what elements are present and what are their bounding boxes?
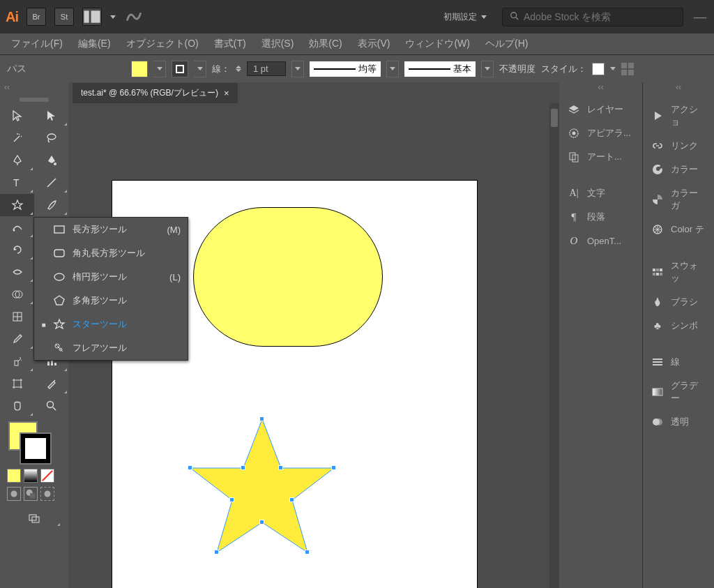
selection-tool[interactable] — [0, 105, 34, 127]
panel-actions[interactable]: アクショ — [643, 98, 714, 134]
stock-icon[interactable]: St — [54, 8, 74, 26]
menu-file[interactable]: ファイル(F) — [4, 35, 70, 53]
curvature-tool[interactable] — [34, 149, 68, 172]
panel-color-themes[interactable]: Color テ — [643, 218, 714, 241]
svg-line-3 — [516, 17, 519, 20]
document-tab[interactable]: test.ai* @ 66.67% (RGB/プレビュー) × — [73, 83, 238, 103]
flyout-flare-tool[interactable]: フレアツール — [34, 336, 188, 360]
arrange-documents-dropdown[interactable] — [110, 15, 116, 19]
workspace-switcher[interactable]: 初期設定 — [436, 8, 494, 26]
panel-opentype[interactable]: OOpenT... — [559, 229, 642, 252]
brush-definition[interactable]: 基本 — [404, 61, 476, 77]
width-tool[interactable] — [0, 261, 34, 283]
screen-mode-icon[interactable] — [7, 509, 61, 527]
panel-collapse-handle-b[interactable]: ‹‹ — [643, 82, 714, 92]
lasso-tool[interactable] — [34, 127, 68, 149]
symbol-sprayer-tool[interactable] — [0, 350, 34, 372]
panel-color[interactable]: カラー — [643, 158, 714, 181]
svg-rect-32 — [54, 363, 56, 365]
panel-color-guide[interactable]: カラーガ — [643, 181, 714, 218]
right-panel-dock: ‹‹ レイヤー アピアラ... アート... A|文字 ¶段落 OOpenT..… — [559, 82, 714, 588]
stock-search-input[interactable] — [524, 11, 676, 22]
draw-behind-icon[interactable] — [24, 487, 38, 501]
direct-selection-tool[interactable] — [34, 105, 68, 127]
paintbrush-tool[interactable] — [34, 194, 68, 216]
menu-object[interactable]: オブジェクト(O) — [119, 35, 206, 53]
flyout-star-tool[interactable]: ■ スターツール — [34, 312, 188, 336]
menu-help[interactable]: ヘルプ(H) — [478, 35, 535, 53]
fill-stroke-indicator[interactable] — [0, 417, 68, 469]
stroke-dropdown[interactable] — [194, 61, 206, 77]
stroke-weight[interactable]: 1 pt — [247, 61, 286, 76]
fill-swatch[interactable] — [131, 61, 148, 77]
flyout-ellipse-tool[interactable]: 楕円形ツール (L) — [34, 265, 188, 289]
type-tool[interactable]: T — [0, 172, 34, 194]
panel-symbols[interactable]: ♣シンボ — [643, 314, 714, 338]
menu-type[interactable]: 書式(T) — [207, 35, 253, 53]
stroke-weight-dropdown[interactable] — [291, 61, 304, 77]
shape-builder-tool[interactable] — [0, 283, 34, 306]
menu-window[interactable]: ウィンドウ(W) — [398, 35, 477, 53]
panel-stroke[interactable]: 線 — [643, 350, 714, 374]
panel-appearance[interactable]: アピアラ... — [559, 121, 642, 145]
flyout-rectangle-tool[interactable]: 長方形ツール (M) — [34, 218, 188, 241]
menu-edit[interactable]: 編集(E) — [71, 35, 118, 53]
profile-dropdown[interactable] — [386, 61, 399, 77]
artboard-tool[interactable] — [0, 372, 34, 395]
graphic-style-swatch[interactable] — [592, 63, 605, 75]
recolor-icon[interactable] — [621, 63, 634, 75]
panel-grip-icon[interactable] — [20, 98, 49, 102]
stroke-swatch[interactable] — [172, 61, 188, 77]
arrange-documents-icon[interactable] — [82, 8, 102, 26]
pen-tool[interactable] — [0, 149, 34, 172]
draw-inside-icon[interactable] — [40, 487, 54, 501]
panel-gradient[interactable]: グラデー — [643, 374, 714, 410]
shaper-tool[interactable] — [0, 216, 34, 239]
graphic-style-dropdown[interactable] — [610, 67, 616, 70]
current-stroke-swatch[interactable] — [21, 434, 50, 463]
brush-dropdown[interactable] — [481, 61, 494, 77]
none-mode-icon[interactable] — [40, 469, 54, 483]
scrollbar-thumb[interactable] — [551, 109, 558, 127]
magic-wand-tool[interactable] — [0, 127, 34, 149]
flyout-rounded-rectangle-tool[interactable]: 角丸長方形ツール — [34, 241, 188, 265]
stock-search[interactable] — [502, 8, 683, 27]
vertical-scrollbar[interactable] — [549, 103, 559, 588]
panel-drag-handle[interactable]: ‹‹ — [0, 82, 68, 92]
color-mode-icon[interactable] — [7, 469, 21, 483]
bridge-icon[interactable]: Br — [26, 8, 46, 26]
star-shape-selected[interactable] — [182, 411, 342, 573]
fill-dropdown[interactable] — [153, 61, 166, 77]
gpu-preview-icon[interactable] — [124, 8, 144, 26]
rotate-tool[interactable] — [0, 239, 34, 261]
panel-brushes[interactable]: ブラシ — [643, 290, 714, 314]
panel-collapse-handle[interactable]: ‹‹ — [559, 82, 642, 92]
menu-select[interactable]: 選択(S) — [255, 35, 301, 53]
line-segment-tool[interactable] — [34, 172, 68, 194]
stroke-weight-stepper[interactable] — [236, 66, 241, 72]
panel-layers[interactable]: レイヤー — [559, 98, 642, 121]
opacity-label[interactable]: 不透明度 — [499, 63, 536, 75]
rounded-rectangle-shape[interactable] — [193, 207, 383, 347]
panel-artboards[interactable]: アート... — [559, 145, 642, 169]
draw-normal-icon[interactable] — [7, 487, 21, 501]
panel-paragraph[interactable]: ¶段落 — [559, 205, 642, 229]
mesh-tool[interactable] — [0, 306, 34, 328]
menu-effect[interactable]: 効果(C) — [302, 35, 349, 53]
menu-view[interactable]: 表示(V) — [351, 35, 397, 53]
panel-transparency[interactable]: 透明 — [643, 410, 714, 434]
zoom-tool[interactable] — [34, 395, 68, 417]
close-icon[interactable]: × — [224, 88, 229, 98]
variable-width-profile[interactable]: 均等 — [310, 61, 381, 77]
panel-character[interactable]: A|文字 — [559, 181, 642, 205]
flyout-polygon-tool[interactable]: 多角形ツール — [34, 289, 188, 312]
panel-links[interactable]: リンク — [643, 134, 714, 158]
slice-tool[interactable] — [34, 372, 68, 395]
svg-point-4 — [47, 134, 56, 140]
hand-tool[interactable] — [0, 395, 34, 417]
panel-swatches[interactable]: スウォッ — [643, 254, 714, 290]
star-tool[interactable] — [0, 194, 34, 216]
eyedropper-tool[interactable] — [0, 328, 34, 350]
gradient-mode-icon[interactable] — [24, 469, 38, 483]
minimize-icon[interactable]: — — [692, 10, 708, 24]
